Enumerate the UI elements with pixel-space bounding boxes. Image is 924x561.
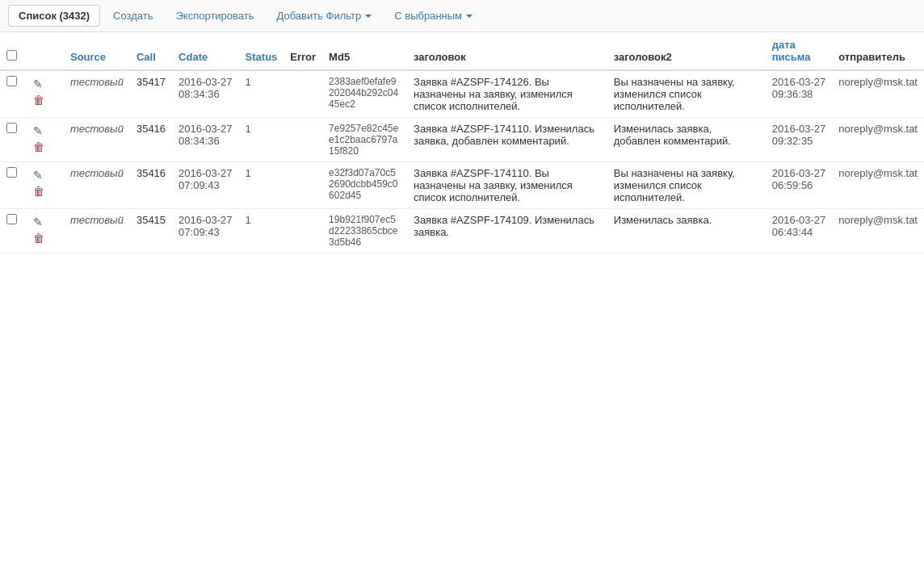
delete-button[interactable]: 🗑 [30,92,48,108]
with-selected-caret-icon [466,15,472,18]
md5-cell: 2383aef0efafe9202044b292c0445ec2 [322,70,407,118]
add-filter-button[interactable]: Добавить Фильтр [267,6,382,26]
table-row: ✎ 🗑 тестовый 35416 2016-03-2708:34:36 1 … [0,118,924,162]
source-cell: тестовый [64,70,130,118]
table-row: ✎ 🗑 тестовый 35416 2016-03-2707:09:43 1 … [0,162,924,209]
sender-header: отправитель [832,32,924,70]
call-cell: 35417 [130,70,172,118]
add-filter-caret-icon [365,15,372,18]
status-cell: 1 [239,209,284,253]
row-actions-cell: ✎ 🗑 [23,118,64,162]
title-cell: Заявка #AZSPF-174126. Вы назначены на за… [407,70,607,118]
row-checkbox-cell[interactable] [0,70,23,118]
table-body: ✎ 🗑 тестовый 35417 2016-03-2708:34:36 1 … [0,70,924,253]
cdate-cell: 2016-03-2707:09:43 [172,209,239,253]
cdate-cell: 2016-03-2708:34:36 [172,70,239,118]
call-cell: 35415 [130,209,172,253]
row-actions-cell: ✎ 🗑 [23,162,64,209]
export-button[interactable]: Экспортировать [166,6,264,26]
title2-cell: Изменилась заявка. [607,209,766,253]
md5-cell: e32f3d07a70c52690dcbb459c0602d45 [322,162,407,209]
row-actions-cell: ✎ 🗑 [23,70,64,118]
sender-cell: noreply@msk.tat [832,70,924,118]
select-all-checkbox[interactable] [6,50,17,61]
source-cell: тестовый [64,162,130,209]
error-header: Error [284,32,322,70]
source-cell: тестовый [64,118,130,162]
sender-cell: noreply@msk.tat [832,118,924,162]
date-mail-cell: 2016-03-2706:43:44 [766,209,833,253]
date-mail-cell: 2016-03-2709:36:38 [766,70,833,118]
create-button[interactable]: Создать [103,6,162,26]
with-selected-button[interactable]: С выбранным [384,6,482,26]
call-cell: 35416 [130,118,172,162]
status-cell: 1 [239,162,284,209]
status-header[interactable]: Status [239,32,284,70]
call-cell: 35416 [130,162,172,209]
error-cell [284,162,322,209]
select-all-header[interactable] [0,32,23,70]
delete-button[interactable]: 🗑 [30,230,48,246]
row-checkbox-cell[interactable] [0,162,23,209]
edit-button[interactable]: ✎ [30,167,46,183]
table-header-row: Source Call Cdate Status Error Md5 загол… [0,32,924,70]
row-actions-cell: ✎ 🗑 [23,209,64,253]
md5-cell: 7e9257e82c45ee1c2baac6797a15f820 [322,118,407,162]
edit-button[interactable]: ✎ [30,123,46,139]
error-cell [284,209,322,253]
date-mail-cell: 2016-03-2709:32:35 [766,118,833,162]
edit-button[interactable]: ✎ [30,76,46,92]
row-checkbox-cell[interactable] [0,118,23,162]
status-cell: 1 [239,118,284,162]
title-cell: Заявка #AZSPF-174109. Изменилась заявка. [407,209,607,253]
call-header[interactable]: Call [130,32,172,70]
title-cell: Заявка #AZSPF-174110. Изменилась заявка,… [407,118,607,162]
title-header: заголовок [407,32,607,70]
cdate-header[interactable]: Cdate [172,32,239,70]
actions-header [23,32,64,70]
toolbar: Список (3432) Создать Экспортировать Доб… [0,0,924,32]
data-table: Source Call Cdate Status Error Md5 загол… [0,32,924,253]
source-cell: тестовый [64,209,130,253]
delete-button[interactable]: 🗑 [30,139,48,155]
source-header[interactable]: Source [64,32,130,70]
title-cell: Заявка #AZSPF-174110. Вы назначены на за… [407,162,607,209]
status-cell: 1 [239,70,284,118]
row-checkbox-cell[interactable] [0,209,23,253]
title2-cell: Вы назначены на заявку, изменился список… [607,70,766,118]
edit-button[interactable]: ✎ [30,214,46,230]
title2-cell: Изменилась заявка, добавлен комментарий. [607,118,766,162]
cdate-cell: 2016-03-2708:34:36 [172,118,239,162]
row-checkbox[interactable] [6,214,17,224]
sender-cell: noreply@msk.tat [832,209,924,253]
md5-cell: 19b921f907ec5d22233865cbce3d5b46 [322,209,407,253]
title2-header: заголовок2 [607,32,766,70]
delete-button[interactable]: 🗑 [30,183,48,199]
title2-cell: Вы назначены на заявку, изменился список… [607,162,766,209]
error-cell [284,118,322,162]
row-checkbox[interactable] [6,123,17,133]
sender-cell: noreply@msk.tat [832,162,924,209]
md5-header: Md5 [322,32,407,70]
cdate-cell: 2016-03-2707:09:43 [172,162,239,209]
table-row: ✎ 🗑 тестовый 35417 2016-03-2708:34:36 1 … [0,70,924,118]
date-mail-header[interactable]: дата письма [766,32,833,70]
date-mail-cell: 2016-03-2706:59:56 [766,162,833,209]
table-row: ✎ 🗑 тестовый 35415 2016-03-2707:09:43 1 … [0,209,924,253]
list-count-button[interactable]: Список (3432) [8,5,100,27]
error-cell [284,70,322,118]
data-table-container: Source Call Cdate Status Error Md5 загол… [0,32,924,253]
row-checkbox[interactable] [6,76,17,86]
row-checkbox[interactable] [6,167,17,178]
